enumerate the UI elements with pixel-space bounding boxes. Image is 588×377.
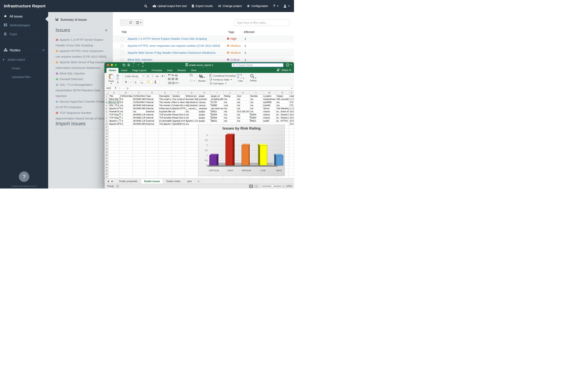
chart-object[interactable]: Issues by Risk Rating 32.521.510.50CRITI… [199,125,285,176]
add-node-button[interactable]: + [42,48,45,53]
tab-data[interactable]: Data [165,68,175,73]
cell-E11[interactable] [159,126,172,129]
cell-O17[interactable] [289,144,294,147]
cell-A3[interactable]: Secure Hyp [109,101,119,104]
cell-C17[interactable] [133,144,146,147]
cell-D15[interactable] [146,138,159,141]
cell-G10[interactable]: n/a [185,123,198,126]
cell-N3[interactable]: n/a [276,101,289,104]
cell-J3[interactable]: n/a [224,101,237,104]
cell-C3[interactable]: CVSS2#AV:N/ [133,101,146,104]
row-header-5[interactable]: 5 [104,107,109,110]
paste-button[interactable]: Paste [107,74,115,84]
cell-C11[interactable] [133,126,146,129]
cell-D27[interactable] [146,175,159,178]
cell-N9[interactable]: bc.. HTTP/1.1 [276,119,289,123]
cell-F25[interactable] [172,169,185,172]
cell-B12[interactable] [119,129,133,132]
cell-N4[interactable]: n/a [276,104,289,107]
cell-A17[interactable] [109,144,119,147]
column-header-A[interactable]: A [109,91,119,95]
cell-K7[interactable]: n/a [237,113,250,116]
cell-G7[interactable]: n/a [185,113,198,116]
cell-I6[interactable]: 34011 [211,110,224,113]
issue-link[interactable]: Apache 1.3 HTTP Server Expect Header Cro… [128,37,207,40]
column-header-affected[interactable]: Affected [244,30,254,34]
navbar-item-upload-output-from-tool[interactable]: Upload output from tool [152,4,187,8]
cell-G19[interactable] [185,151,198,153]
add-sheet-button[interactable]: + [195,179,202,184]
cell-L7[interactable]: 82054 [250,113,263,116]
cell-B3[interactable]: 3.8 [119,101,133,104]
cell-A19[interactable] [109,151,119,153]
cell-styles-button[interactable]: Cell Styles [209,82,239,85]
cell-A22[interactable] [109,160,119,163]
issue-link[interactable]: Apache Web Server ETag Header Informatio… [128,51,215,54]
cut-button[interactable] [116,74,119,77]
cell-G8[interactable]: n/a [185,116,198,119]
cell-B25[interactable] [119,169,133,172]
cell-C25[interactable] [133,169,146,172]
cell-A21[interactable] [109,157,119,160]
insert-function-icon[interactable]: fx [127,87,128,90]
cell-B13[interactable] [119,132,133,135]
tab-insert[interactable]: Insert [118,68,130,73]
format-as-table-button[interactable]: Format as Table [209,78,239,81]
cell-K8[interactable]: n/a [237,116,250,119]
cell-B22[interactable] [119,160,133,163]
cell-O12[interactable] [289,129,294,132]
cell-B5[interactable]: 4.3 [119,107,133,110]
page-layout-view-icon[interactable]: ≣ [255,185,258,188]
cell-A4[interactable]: SSL / TLS R [109,104,119,107]
cell-O7[interactable]: 10.0 [289,113,294,116]
cell-C7[interactable]: AV:N/AC:L/A [133,113,146,116]
import-issues-toggle[interactable]: Import issues [56,121,108,127]
row-header-16[interactable]: 16 [104,141,109,144]
editing-button[interactable]: Editing [248,74,258,82]
cell-G18[interactable] [185,147,198,151]
cell-J9[interactable]: n/a [224,119,237,123]
column-header-H[interactable]: H [198,91,211,95]
cell-E2[interactable]: This script is [159,98,172,101]
cell-O4[interactable]: 173. [289,104,294,107]
cell-N7[interactable]: bc.. Tested or [276,113,289,116]
cell-F23[interactable] [172,163,185,166]
cell-D13[interactable] [146,132,159,135]
row-header-23[interactable]: 23 [104,163,109,166]
node-item-plugin-output[interactable]: plugin.output [0,55,48,64]
cell-H6[interactable]: qualys [198,110,211,113]
issue-list-item[interactable]: Secure HyperText Transfer Protocol (S-HT… [56,99,108,110]
cell-J7[interactable]: n/a [224,113,237,116]
tab-page-layout[interactable]: Page Layout [130,68,149,73]
cell-G9[interactable]: Apache 1.3 h [185,119,198,123]
summary-of-issues-link[interactable]: Summary of issues [56,18,87,22]
sheet-tab-auto[interactable]: auto [184,179,195,184]
cell-C9[interactable]: AV:N/AC:L/A [133,119,146,123]
zoom-level[interactable]: 100% [286,185,292,188]
cell-A8[interactable]: TCP Sequen [109,116,119,119]
cell-F26[interactable] [172,172,185,175]
cell-E4[interactable]: The remote s [159,104,172,107]
issue-list-item[interactable]: Blind SQL Injection [56,71,108,76]
cell-C12[interactable] [133,129,146,132]
cell-E15[interactable] [159,138,172,141]
increase-indent-button[interactable] [172,82,174,84]
cell-I7[interactable]: 82054 [211,113,224,116]
cell-O25[interactable] [289,169,294,172]
cell-L1[interactable]: Number [250,95,263,98]
fill-color-button[interactable] [146,80,153,83]
cell-M7[interactable]: n/a/n/a [263,113,276,116]
cell-D17[interactable] [146,144,159,147]
row-header-26[interactable]: 26 [104,172,109,175]
cell-D24[interactable] [146,166,159,169]
sheet-tab-dradis-properties[interactable]: Dradis properties [116,179,141,184]
cell-F24[interactable] [172,166,185,169]
cell-L5[interactable]: n/a [250,107,263,110]
cell-C5[interactable]: AV:N/AC:M/A [133,107,146,110]
cell-E26[interactable] [159,172,172,175]
cell-G21[interactable] [185,157,198,160]
cell-H8[interactable]: qualys [198,116,211,119]
cell-B19[interactable] [119,151,133,153]
cell-D8[interactable]: Internal [146,116,159,119]
cell-J8[interactable]: n/a [224,116,237,119]
